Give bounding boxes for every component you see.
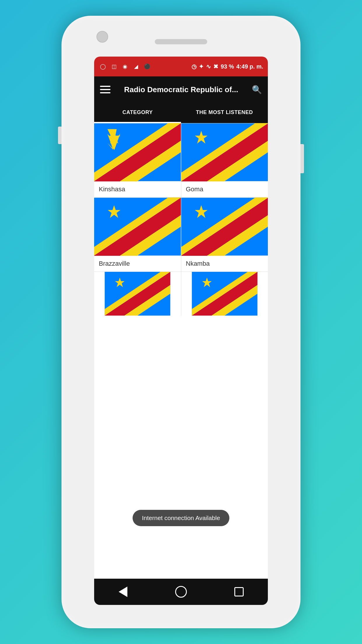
list-item[interactable] (94, 272, 181, 316)
list-item[interactable]: Nkamba (181, 197, 268, 272)
grid-row-1: Kinshasa Goma (94, 123, 268, 197)
goma-label: Goma (181, 181, 268, 197)
home-icon (175, 586, 187, 598)
tab-most-listened[interactable]: THE MOST LISTENED (181, 103, 268, 123)
menu-button[interactable] (100, 86, 110, 93)
status-icons-left: ◯ ◫ ◉ ◢ ⚫ (99, 62, 151, 71)
brazzaville-flag (94, 197, 181, 256)
kinshasa-flag (94, 123, 181, 181)
image-icon: ◫ (110, 62, 118, 71)
power-icon: ✦ (199, 63, 204, 70)
nkamba-label: Nkamba (181, 256, 268, 272)
phone-screen: ◯ ◫ ◉ ◢ ⚫ ◷ ✦ ∿ ✖ 93 % 4:49 p. m. Ra (94, 57, 268, 605)
goma-flag (181, 123, 268, 181)
phone-camera (96, 31, 108, 43)
nav-bar (94, 579, 268, 605)
brazzaville-label: Brazzaville (94, 256, 181, 272)
recents-icon (234, 587, 244, 596)
tab-bar: CATEGORY THE MOST LISTENED (94, 103, 268, 123)
list-item[interactable]: Brazzaville (94, 197, 181, 272)
toast-message: Internet connection Available (133, 510, 229, 526)
content-area: Kinshasa Goma (94, 123, 268, 579)
partial-flag-right (181, 272, 268, 316)
status-bar: ◯ ◫ ◉ ◢ ⚫ ◷ ✦ ∿ ✖ 93 % 4:49 p. m. (94, 57, 268, 76)
partial-flag-left (94, 272, 181, 316)
power-button[interactable] (301, 144, 304, 173)
app-bar: Radio Democratic Republic of... 🔍 (94, 76, 268, 103)
phone-speaker (155, 39, 207, 44)
back-icon (119, 587, 127, 597)
list-item[interactable] (181, 272, 268, 316)
grid-row-2: Brazzaville Nkamba (94, 197, 268, 272)
battery-text: 93 % (221, 63, 234, 70)
sim-icon: ✖ (213, 63, 218, 70)
status-icons-right: ◷ ✦ ∿ ✖ 93 % 4:49 p. m. (191, 63, 263, 70)
nav-home-button[interactable] (172, 583, 190, 601)
volume-button[interactable] (58, 127, 61, 144)
list-item[interactable]: Kinshasa (94, 123, 181, 197)
nav-back-button[interactable] (114, 583, 132, 601)
list-item[interactable]: Goma (181, 123, 268, 197)
nav-recents-button[interactable] (230, 583, 248, 601)
radio-icon: ◉ (121, 62, 129, 71)
phone-frame: ◯ ◫ ◉ ◢ ⚫ ◷ ✦ ∿ ✖ 93 % 4:49 p. m. Ra (61, 16, 301, 628)
signal-icon: ◢ (132, 62, 140, 71)
globe-icon: ⚫ (143, 62, 151, 71)
kinshasa-label: Kinshasa (94, 181, 181, 197)
tab-category[interactable]: CATEGORY (94, 103, 181, 123)
wifi-icon: ∿ (206, 63, 211, 70)
instagram-icon: ◯ (99, 62, 107, 71)
time-text: 4:49 p. m. (236, 63, 263, 70)
search-button[interactable]: 🔍 (252, 85, 262, 94)
alarm-icon: ◷ (191, 63, 196, 70)
grid-row-3-partial (94, 272, 268, 316)
nkamba-flag (181, 197, 268, 256)
app-title: Radio Democratic Republic of... (110, 85, 252, 94)
